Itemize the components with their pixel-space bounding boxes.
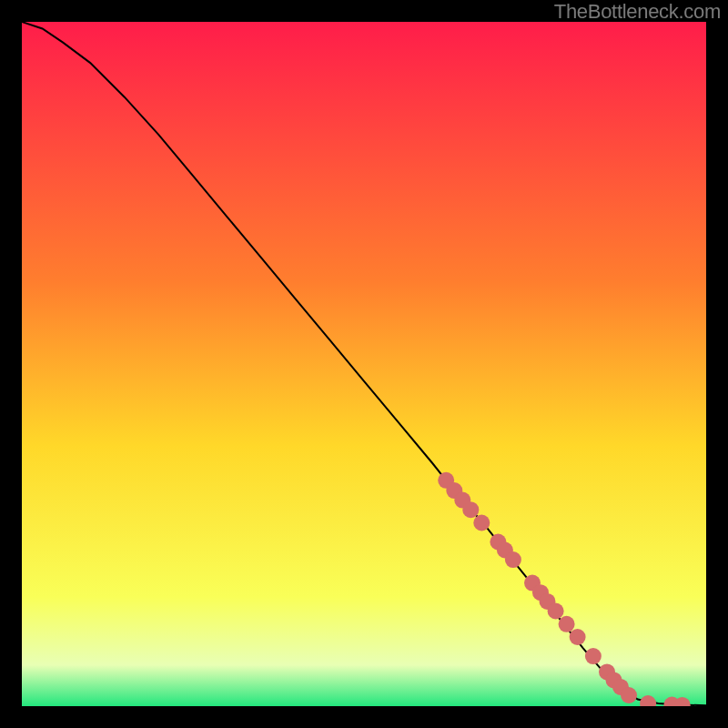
plot-svg <box>22 22 706 706</box>
marker-point <box>585 648 602 664</box>
chart-frame: TheBottleneck.com <box>0 0 728 728</box>
marker-point <box>559 616 575 632</box>
marker-point <box>548 603 564 620</box>
attribution-text: TheBottleneck.com <box>554 0 721 24</box>
plot-area <box>22 22 706 706</box>
marker-point <box>473 515 490 531</box>
marker-point <box>505 551 521 568</box>
marker-point <box>621 687 637 703</box>
gradient-background <box>22 22 706 706</box>
marker-point <box>570 629 586 645</box>
marker-point <box>462 501 479 518</box>
